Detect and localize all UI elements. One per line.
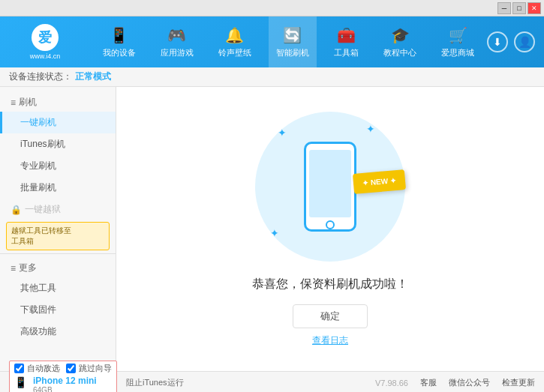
device-storage: 64GB bbox=[33, 386, 97, 392]
device-name: iPhone 12 mini bbox=[33, 376, 97, 386]
nav-toolbox-label: 工具箱 bbox=[334, 47, 359, 58]
sidebar-item-dual-flash[interactable]: 批量刷机 bbox=[0, 177, 116, 199]
jailbreak-lock-icon: 🔒 bbox=[11, 205, 22, 215]
flash-section-icon: ≡ bbox=[11, 97, 16, 108]
checkbox-row: 自动敌选 跳过向导 bbox=[14, 363, 112, 374]
confirm-button[interactable]: 确定 bbox=[293, 304, 368, 328]
sidebar: ≡ 刷机 一键刷机 iTunes刷机 专业刷机 批量刷机 🔒 一键越狱 越狱工具… bbox=[0, 87, 116, 371]
bottom-bar: 自动敌选 跳过向导 📱 iPhone 12 mini 64GB Down-12m… bbox=[0, 371, 544, 392]
customer-service-link[interactable]: 客服 bbox=[420, 377, 437, 388]
toolbox-icon: 🧰 bbox=[337, 26, 356, 44]
nav-store-label: 爱思商城 bbox=[441, 47, 474, 58]
sidebar-section-jailbreak: 🔒 一键越狱 bbox=[0, 199, 116, 219]
wallpaper-icon: 🔔 bbox=[225, 26, 244, 44]
checkbox-device-container: 自动敌选 跳过向导 📱 iPhone 12 mini 64GB Down-12m… bbox=[9, 361, 117, 392]
sidebar-item-advanced[interactable]: 高级功能 bbox=[0, 321, 116, 343]
sidebar-section-flash: ≡ 刷机 bbox=[0, 91, 116, 112]
phone-illustration: ✦ ✦ ✦ ✦ NEW ✦ bbox=[255, 112, 405, 262]
maximize-button[interactable]: □ bbox=[512, 2, 526, 14]
sidebar-item-pro-flash[interactable]: 专业刷机 bbox=[0, 155, 116, 177]
nav-bar: 📱 我的设备 🎮 应用游戏 🔔 铃声壁纸 🔄 智能刷机 🧰 工具箱 🎓 教程中心… bbox=[90, 16, 487, 67]
version-label: V7.98.66 bbox=[375, 379, 408, 388]
circle-bg: ✦ ✦ ✦ ✦ NEW ✦ bbox=[255, 112, 405, 262]
skip-wizard-checkbox-label[interactable]: 跳过向导 bbox=[66, 363, 112, 374]
nav-my-device-label: 我的设备 bbox=[103, 47, 136, 58]
jailbreak-warning: 越狱工具已转移至工具箱 bbox=[6, 222, 110, 250]
content-area: ✦ ✦ ✦ ✦ NEW ✦ 恭喜您，保资料刷机成功啦！ 确定 查看日志 bbox=[116, 87, 544, 371]
sidebar-divider bbox=[0, 253, 116, 254]
sparkle-1: ✦ bbox=[278, 127, 287, 139]
sparkle-2: ✦ bbox=[366, 123, 375, 135]
window-controls: ─ □ ✕ bbox=[497, 2, 541, 14]
nav-app-game[interactable]: 🎮 应用游戏 bbox=[153, 16, 201, 67]
minimize-button[interactable]: ─ bbox=[497, 2, 511, 14]
download-button[interactable]: ⬇ bbox=[487, 31, 508, 52]
store-icon: 🛒 bbox=[449, 26, 467, 44]
nav-tutorial-label: 教程中心 bbox=[383, 47, 416, 58]
return-log-link[interactable]: 查看日志 bbox=[312, 334, 348, 347]
sidebar-item-one-click-flash[interactable]: 一键刷机 bbox=[0, 112, 116, 133]
nav-my-device[interactable]: 📱 我的设备 bbox=[95, 16, 143, 67]
nav-smart-flash-label: 智能刷机 bbox=[276, 47, 309, 58]
phone-home-button bbox=[326, 220, 335, 229]
nav-store[interactable]: 🛒 爱思商城 bbox=[434, 16, 482, 67]
nav-wallpaper[interactable]: 🔔 铃声壁纸 bbox=[211, 16, 259, 67]
logo-url: www.i4.cn bbox=[30, 52, 61, 60]
more-section-icon: ≡ bbox=[11, 263, 16, 274]
sparkle-3: ✦ bbox=[270, 227, 279, 239]
auto-flash-checkbox[interactable] bbox=[14, 364, 24, 373]
sidebar-section-more: ≡ 更多 bbox=[0, 257, 116, 277]
nav-app-game-label: 应用游戏 bbox=[161, 47, 194, 58]
sidebar-item-download-firmware[interactable]: 下载固件 bbox=[0, 299, 116, 321]
logo-area: 爱 www.i4.cn bbox=[0, 24, 90, 60]
nav-smart-flash[interactable]: 🔄 智能刷机 bbox=[269, 16, 317, 67]
close-button[interactable]: ✕ bbox=[527, 2, 541, 14]
app-game-icon: 🎮 bbox=[167, 26, 186, 44]
more-section-label: 更多 bbox=[19, 262, 37, 274]
bottom-right: V7.98.66 客服 微信公众号 检查更新 bbox=[375, 377, 535, 388]
nav-wallpaper-label: 铃声壁纸 bbox=[218, 47, 251, 58]
skip-wizard-label: 跳过向导 bbox=[79, 363, 112, 374]
status-mode: 正常模式 bbox=[75, 70, 111, 83]
title-bar: ─ □ ✕ bbox=[0, 0, 544, 16]
nav-toolbox[interactable]: 🧰 工具箱 bbox=[326, 16, 366, 67]
auto-flash-label: 自动敌选 bbox=[27, 363, 60, 374]
jailbreak-section-label: 一键越狱 bbox=[25, 203, 61, 216]
user-button[interactable]: 👤 bbox=[514, 31, 535, 52]
tutorial-icon: 🎓 bbox=[391, 26, 410, 44]
device-info: iPhone 12 mini 64GB Down-12mini-13,1 bbox=[33, 376, 97, 392]
phone-screen bbox=[309, 150, 351, 217]
new-badge: ✦ NEW ✦ bbox=[353, 169, 406, 194]
wechat-link[interactable]: 微信公众号 bbox=[449, 377, 490, 388]
skip-wizard-checkbox[interactable] bbox=[66, 364, 76, 373]
smart-flash-icon: 🔄 bbox=[283, 26, 302, 44]
sidebar-item-itunes-flash[interactable]: iTunes刷机 bbox=[0, 133, 116, 155]
main-content: ≡ 刷机 一键刷机 iTunes刷机 专业刷机 批量刷机 🔒 一键越狱 越狱工具… bbox=[0, 87, 544, 371]
flash-section-label: 刷机 bbox=[19, 96, 37, 109]
check-update-link[interactable]: 检查更新 bbox=[502, 377, 535, 388]
device-phone-icon: 📱 bbox=[14, 376, 27, 388]
sidebar-item-other-tools[interactable]: 其他工具 bbox=[0, 277, 116, 299]
header-right: ⬇ 👤 bbox=[487, 31, 544, 52]
header: 爱 www.i4.cn 📱 我的设备 🎮 应用游戏 🔔 铃声壁纸 🔄 智能刷机 … bbox=[0, 16, 544, 67]
success-message: 恭喜您，保资料刷机成功啦！ bbox=[252, 277, 408, 292]
my-device-icon: 📱 bbox=[110, 26, 128, 44]
device-row: 📱 iPhone 12 mini 64GB Down-12mini-13,1 bbox=[14, 376, 112, 392]
logo-icon: 爱 bbox=[32, 24, 59, 51]
status-prefix: 设备连接状态： bbox=[9, 70, 72, 83]
status-bar: 设备连接状态： 正常模式 bbox=[0, 67, 544, 87]
stop-itunes-label: 阻止iTunes运行 bbox=[126, 377, 184, 388]
nav-tutorial[interactable]: 🎓 教程中心 bbox=[376, 16, 424, 67]
auto-flash-checkbox-label[interactable]: 自动敌选 bbox=[14, 363, 60, 374]
